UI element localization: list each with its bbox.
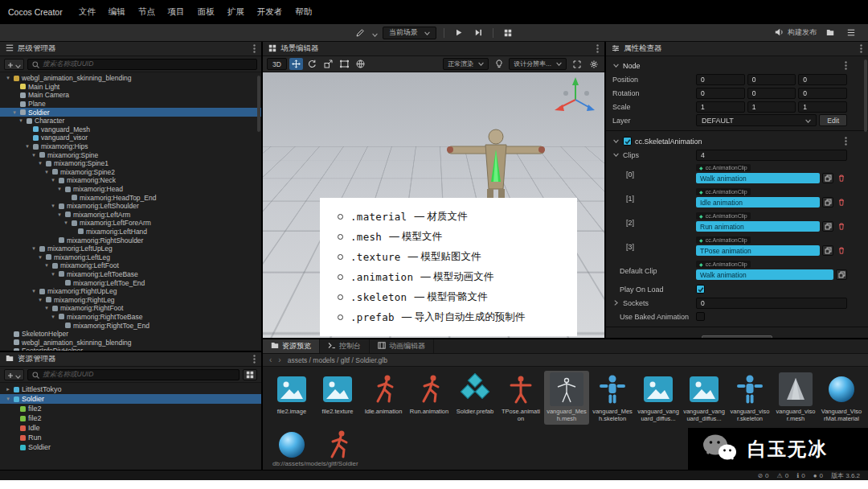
tree-item[interactable]: mixamorig:LeftToe_End [0, 278, 261, 287]
preview-image-button[interactable] [823, 27, 837, 39]
locate-icon[interactable] [822, 221, 833, 232]
menu-item[interactable]: 编辑 [102, 6, 132, 16]
menu-item[interactable]: 扩展 [221, 6, 251, 16]
assets-search-input[interactable]: 搜索名称或UUID [27, 369, 240, 380]
tree-item[interactable]: ▾mixamorig:Spine2 [0, 168, 261, 177]
panel-menu-icon[interactable] [253, 44, 256, 53]
expand-arrow-icon[interactable]: ▾ [50, 271, 56, 277]
scrollbar[interactable] [864, 60, 867, 132]
menu-item[interactable]: 帮助 [289, 6, 318, 16]
expand-arrow-icon[interactable]: ▾ [31, 288, 37, 294]
tree-item[interactable]: ▾mixamorig:LeftForeArm [0, 219, 261, 228]
asset-thumbnail[interactable]: vanguard_visor.skeleton [727, 371, 772, 425]
tree-item[interactable]: Soldier [0, 442, 261, 452]
scene-selector-dropdown[interactable]: 当前场景 [383, 27, 436, 39]
expand-arrow-icon[interactable]: ▾ [50, 177, 56, 183]
tree-item[interactable]: Run [0, 433, 261, 442]
play-button[interactable] [452, 27, 466, 39]
sockets-count-field[interactable]: 0 [696, 298, 847, 309]
expand-arrow-icon[interactable]: ▾ [11, 109, 18, 116]
asset-thumbnail[interactable]: Run.animation [407, 371, 452, 425]
tree-item[interactable]: ▾mixamorig:LeftShoulder [0, 202, 261, 211]
asset-thumbnail[interactable]: vanguard_vanguard_diffus... [636, 371, 681, 425]
asset-thumbnail[interactable]: vanguard_vanguard_diffus... [682, 371, 727, 425]
tree-item[interactable]: ▾mixamorig:RightUpLeg [0, 287, 261, 296]
expand-arrow-icon[interactable]: ▾ [43, 262, 50, 269]
node-section-row[interactable]: Node [606, 59, 868, 72]
expand-arrow-icon[interactable]: ▾ [31, 152, 37, 158]
asset-thumbnail[interactable]: Idle.animation [361, 371, 406, 425]
chevron-down-icon[interactable] [372, 26, 378, 40]
tree-item[interactable]: ▾mixamorig:Neck [0, 176, 261, 185]
tab-资源预览[interactable]: 资源预览 [263, 339, 320, 353]
tree-item[interactable]: ▾mixamorig:LeftArm [0, 211, 261, 220]
tree-item[interactable]: FooterInfoDivHelper [0, 347, 261, 351]
tree-item[interactable]: ▾mixamorig:RightToeBase [0, 313, 261, 322]
forward-arrow-icon[interactable]: › [278, 355, 280, 364]
tree-item[interactable]: ▾mixamorig:Hips [0, 142, 261, 151]
menu-item[interactable]: 节点 [132, 6, 162, 16]
view-gizmo[interactable] [550, 76, 598, 119]
clip-value-field[interactable]: Run animation [696, 221, 820, 232]
tree-item[interactable]: ▾mixamorig:Head [0, 185, 261, 194]
asset-thumbnail[interactable]: vanguard_visor.mesh [773, 371, 818, 425]
panel-menu-icon[interactable] [860, 44, 862, 53]
expand-arrow-icon[interactable]: ▾ [37, 297, 43, 303]
add-component-button[interactable]: 添加组件 [702, 335, 772, 338]
tab-动画编辑器[interactable]: 动画编辑器 [370, 339, 434, 353]
expand-arrow-icon[interactable]: ▾ [31, 245, 37, 252]
tree-item[interactable]: ▾mixamorig:Spine [0, 150, 261, 159]
rotation-z-field[interactable]: 0 [798, 88, 847, 99]
delete-clip-icon[interactable] [836, 197, 847, 208]
scrollbar[interactable] [257, 76, 260, 132]
collapse-arrow-icon[interactable] [612, 153, 620, 157]
menu-item[interactable]: 开发者 [251, 6, 289, 16]
step-button[interactable] [471, 27, 485, 39]
view-mode-3d-button[interactable]: 3D [267, 58, 287, 70]
clip-value-field[interactable]: Idle animation [696, 197, 820, 208]
resolution-dropdown[interactable]: 设计分辨率... [509, 58, 567, 70]
collapse-arrow-icon[interactable] [612, 139, 620, 143]
fullscreen-button[interactable] [570, 58, 583, 70]
expand-arrow-icon[interactable]: ▾ [5, 396, 11, 402]
menu-item[interactable]: 项目 [162, 6, 191, 16]
asset-thumbnail[interactable]: Soldier.prefab [452, 371, 497, 425]
locate-icon[interactable] [822, 173, 833, 183]
clip-value-field[interactable]: TPose animation [696, 245, 820, 256]
expand-arrow-icon[interactable]: ▾ [5, 75, 11, 81]
asset-thumbnail[interactable]: Vanguard_VisorMat.material [819, 371, 864, 425]
tree-item[interactable]: ▾Character [0, 117, 261, 125]
position-z-field[interactable]: 0 [798, 74, 847, 85]
tree-item[interactable]: mixamorig:LeftHand [0, 228, 261, 236]
tree-item[interactable]: Main Light [0, 83, 261, 92]
panel-menu-icon[interactable] [253, 355, 256, 364]
create-node-button[interactable] [4, 59, 24, 70]
expand-arrow-icon[interactable]: ▾ [24, 143, 31, 150]
tree-item[interactable]: mixamorig:HeadTop_End [0, 193, 261, 202]
tree-item[interactable]: Main Camera [0, 91, 261, 100]
expand-arrow-icon[interactable]: ▾ [43, 305, 50, 311]
expand-arrow-icon[interactable]: ▾ [37, 254, 43, 261]
layer-edit-button[interactable]: Edit [819, 114, 847, 126]
tree-item[interactable]: ▾Soldier [0, 394, 261, 404]
delete-clip-icon[interactable] [836, 221, 847, 232]
expand-arrow-icon[interactable]: ▾ [18, 117, 24, 124]
position-y-field[interactable]: 0 [747, 74, 796, 85]
asset-thumbnail[interactable]: file2.texture [315, 371, 360, 425]
tree-item[interactable]: ▾mixamorig:LeftUpLeg [0, 244, 261, 253]
menu-item[interactable]: 文件 [72, 6, 102, 16]
play-on-load-checkbox[interactable] [696, 285, 705, 294]
component-menu-icon[interactable] [845, 137, 847, 146]
tree-item[interactable]: file2 [0, 413, 261, 423]
tree-item[interactable]: ▾mixamorig:RightLeg [0, 295, 261, 304]
tree-item[interactable]: ▾Soldier [0, 108, 261, 117]
rotation-x-field[interactable]: 0 [696, 88, 745, 99]
expand-arrow-icon[interactable]: ▾ [63, 220, 69, 226]
edit-mode-icon[interactable] [353, 27, 367, 39]
scale-tool-button[interactable] [321, 58, 335, 70]
render-mode-dropdown[interactable]: 正常渲染 [443, 58, 489, 70]
menu-item[interactable]: 面板 [191, 6, 221, 16]
asset-thumbnail[interactable]: file2.image [269, 371, 314, 425]
tree-item[interactable]: vanguard_Mesh [0, 125, 261, 134]
expand-arrow-icon[interactable]: ▾ [56, 212, 63, 218]
